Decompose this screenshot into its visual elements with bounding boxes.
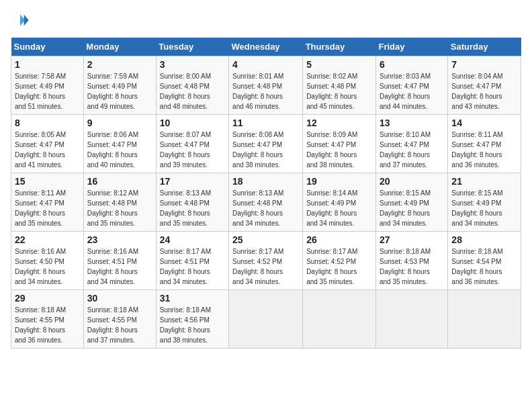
calendar-cell: 24 Sunrise: 8:17 AMSunset: 4:51 PMDaylig… [156, 232, 228, 290]
day-info: Sunrise: 8:07 AMSunset: 4:47 PMDaylight:… [160, 131, 211, 169]
calendar-cell: 8 Sunrise: 8:05 AMSunset: 4:47 PMDayligh… [11, 115, 84, 173]
day-number: 26 [306, 234, 372, 245]
day-number: 7 [451, 59, 517, 70]
calendar-cell: 11 Sunrise: 8:08 AMSunset: 4:47 PMDaylig… [229, 115, 303, 173]
weekday-header-friday: Friday [375, 38, 447, 56]
calendar-cell: 30 Sunrise: 8:18 AMSunset: 4:55 PMDaylig… [83, 290, 156, 349]
day-info: Sunrise: 8:13 AMSunset: 4:48 PMDaylight:… [232, 189, 283, 227]
day-info: Sunrise: 8:01 AMSunset: 4:48 PMDaylight:… [232, 73, 283, 110]
calendar-cell: 14 Sunrise: 8:11 AMSunset: 4:47 PMDaylig… [448, 115, 521, 173]
calendar-cell: 21 Sunrise: 8:15 AMSunset: 4:49 PMDaylig… [448, 173, 521, 232]
day-number: 13 [380, 118, 444, 128]
day-info: Sunrise: 8:05 AMSunset: 4:47 PMDaylight:… [15, 131, 66, 169]
calendar-cell: 28 Sunrise: 8:18 AMSunset: 4:54 PMDaylig… [448, 232, 521, 290]
day-number: 6 [380, 59, 444, 70]
day-info: Sunrise: 8:14 AMSunset: 4:49 PMDaylight:… [306, 189, 357, 227]
day-info: Sunrise: 8:17 AMSunset: 4:51 PMDaylight:… [160, 248, 211, 285]
day-info: Sunrise: 8:17 AMSunset: 4:52 PMDaylight:… [232, 248, 283, 285]
day-number: 19 [306, 176, 372, 187]
calendar-cell: 7 Sunrise: 8:04 AMSunset: 4:47 PMDayligh… [448, 56, 521, 115]
calendar-cell: 23 Sunrise: 8:16 AMSunset: 4:51 PMDaylig… [83, 232, 156, 290]
calendar-cell: 3 Sunrise: 8:00 AMSunset: 4:48 PMDayligh… [156, 56, 228, 115]
day-number: 12 [306, 118, 372, 128]
logo [11, 11, 32, 30]
calendar-cell [375, 290, 447, 349]
calendar-table: SundayMondayTuesdayWednesdayThursdayFrid… [11, 38, 521, 349]
day-number: 23 [87, 234, 152, 245]
page-header [11, 11, 521, 30]
calendar-cell: 1 Sunrise: 7:58 AMSunset: 4:49 PMDayligh… [11, 56, 84, 115]
day-info: Sunrise: 8:15 AMSunset: 4:49 PMDaylight:… [451, 189, 502, 227]
weekday-header-saturday: Saturday [448, 38, 521, 56]
day-number: 29 [15, 293, 80, 304]
day-info: Sunrise: 8:00 AMSunset: 4:48 PMDaylight:… [160, 73, 211, 110]
day-info: Sunrise: 8:09 AMSunset: 4:47 PMDaylight:… [306, 131, 357, 169]
day-info: Sunrise: 7:58 AMSunset: 4:49 PMDaylight:… [15, 73, 66, 110]
logo-icon [11, 11, 30, 30]
calendar-cell: 2 Sunrise: 7:59 AMSunset: 4:49 PMDayligh… [83, 56, 156, 115]
weekday-header-tuesday: Tuesday [156, 38, 228, 56]
calendar-cell: 12 Sunrise: 8:09 AMSunset: 4:47 PMDaylig… [303, 115, 376, 173]
calendar-cell: 5 Sunrise: 8:02 AMSunset: 4:48 PMDayligh… [303, 56, 376, 115]
day-info: Sunrise: 8:10 AMSunset: 4:47 PMDaylight:… [380, 131, 431, 169]
calendar-cell [229, 290, 303, 349]
calendar-cell: 27 Sunrise: 8:18 AMSunset: 4:53 PMDaylig… [375, 232, 447, 290]
day-number: 27 [380, 234, 444, 245]
day-info: Sunrise: 8:15 AMSunset: 4:49 PMDaylight:… [380, 189, 431, 227]
day-number: 24 [160, 234, 225, 245]
day-info: Sunrise: 8:08 AMSunset: 4:47 PMDaylight:… [232, 131, 283, 169]
day-number: 16 [87, 176, 152, 187]
calendar-cell: 10 Sunrise: 8:07 AMSunset: 4:47 PMDaylig… [156, 115, 228, 173]
day-number: 9 [87, 118, 152, 128]
day-number: 11 [232, 118, 299, 128]
calendar-cell: 9 Sunrise: 8:06 AMSunset: 4:47 PMDayligh… [83, 115, 156, 173]
weekday-header-thursday: Thursday [303, 38, 376, 56]
day-number: 2 [87, 59, 152, 70]
calendar-cell: 20 Sunrise: 8:15 AMSunset: 4:49 PMDaylig… [375, 173, 447, 232]
calendar-cell [448, 290, 521, 349]
day-number: 17 [160, 176, 225, 187]
day-info: Sunrise: 8:03 AMSunset: 4:47 PMDaylight:… [380, 73, 431, 110]
day-number: 20 [380, 176, 444, 187]
day-info: Sunrise: 8:06 AMSunset: 4:47 PMDaylight:… [87, 131, 138, 169]
day-info: Sunrise: 8:02 AMSunset: 4:48 PMDaylight:… [306, 73, 357, 110]
day-info: Sunrise: 8:18 AMSunset: 4:56 PMDaylight:… [160, 306, 211, 344]
calendar-cell: 15 Sunrise: 8:11 AMSunset: 4:47 PMDaylig… [11, 173, 84, 232]
day-number: 21 [451, 176, 517, 187]
day-number: 22 [15, 234, 80, 245]
day-number: 30 [87, 293, 152, 304]
calendar-cell: 26 Sunrise: 8:17 AMSunset: 4:52 PMDaylig… [303, 232, 376, 290]
day-info: Sunrise: 8:13 AMSunset: 4:48 PMDaylight:… [160, 189, 211, 227]
weekday-header-wednesday: Wednesday [229, 38, 303, 56]
calendar-cell: 19 Sunrise: 8:14 AMSunset: 4:49 PMDaylig… [303, 173, 376, 232]
day-number: 4 [232, 59, 299, 70]
day-info: Sunrise: 8:04 AMSunset: 4:47 PMDaylight:… [451, 73, 502, 110]
day-number: 31 [160, 293, 225, 304]
weekday-header-sunday: Sunday [11, 38, 84, 56]
day-info: Sunrise: 7:59 AMSunset: 4:49 PMDaylight:… [87, 73, 138, 110]
day-info: Sunrise: 8:18 AMSunset: 4:55 PMDaylight:… [15, 306, 66, 344]
calendar-cell: 6 Sunrise: 8:03 AMSunset: 4:47 PMDayligh… [375, 56, 447, 115]
day-number: 14 [451, 118, 517, 128]
calendar-cell: 29 Sunrise: 8:18 AMSunset: 4:55 PMDaylig… [11, 290, 84, 349]
day-number: 3 [160, 59, 225, 70]
day-number: 5 [306, 59, 372, 70]
day-number: 1 [15, 59, 80, 70]
day-info: Sunrise: 8:17 AMSunset: 4:52 PMDaylight:… [306, 248, 357, 285]
day-info: Sunrise: 8:16 AMSunset: 4:50 PMDaylight:… [15, 248, 66, 285]
day-number: 8 [15, 118, 80, 128]
calendar-cell: 25 Sunrise: 8:17 AMSunset: 4:52 PMDaylig… [229, 232, 303, 290]
day-number: 28 [451, 234, 517, 245]
day-number: 15 [15, 176, 80, 187]
calendar-cell: 13 Sunrise: 8:10 AMSunset: 4:47 PMDaylig… [375, 115, 447, 173]
day-info: Sunrise: 8:18 AMSunset: 4:55 PMDaylight:… [87, 306, 138, 344]
day-info: Sunrise: 8:16 AMSunset: 4:51 PMDaylight:… [87, 248, 138, 285]
calendar-cell: 4 Sunrise: 8:01 AMSunset: 4:48 PMDayligh… [229, 56, 303, 115]
day-info: Sunrise: 8:11 AMSunset: 4:47 PMDaylight:… [15, 189, 66, 227]
day-info: Sunrise: 8:11 AMSunset: 4:47 PMDaylight:… [451, 131, 502, 169]
calendar-cell: 31 Sunrise: 8:18 AMSunset: 4:56 PMDaylig… [156, 290, 228, 349]
day-number: 25 [232, 234, 299, 245]
calendar-cell: 18 Sunrise: 8:13 AMSunset: 4:48 PMDaylig… [229, 173, 303, 232]
day-info: Sunrise: 8:18 AMSunset: 4:53 PMDaylight:… [380, 248, 431, 285]
day-info: Sunrise: 8:18 AMSunset: 4:54 PMDaylight:… [451, 248, 502, 285]
